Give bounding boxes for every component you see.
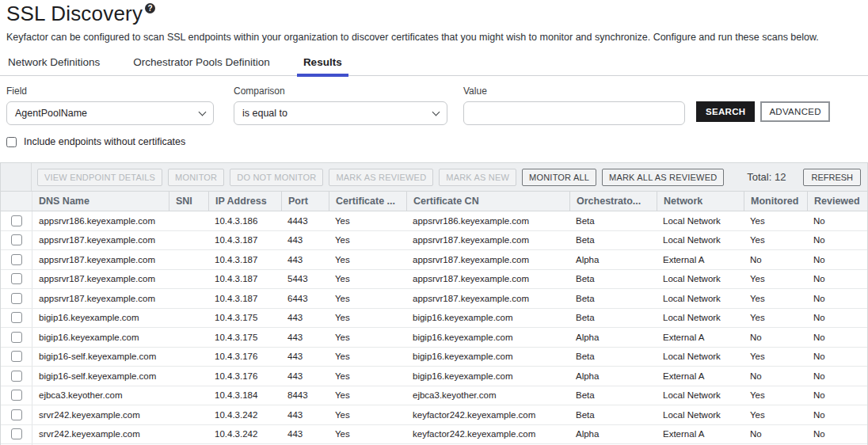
cell-ip-address: 10.4.3.175 <box>208 333 281 342</box>
cell-monitored: No <box>744 255 807 264</box>
row-checkbox[interactable] <box>11 428 22 439</box>
column-header-ip-address[interactable]: IP Address <box>208 192 281 211</box>
cell-ip-address: 10.4.3.186 <box>208 216 281 226</box>
cell-certificate-cn: bigip16.keyexample.com <box>406 313 569 322</box>
include-endpoints-checkbox[interactable] <box>6 137 17 147</box>
row-checkbox[interactable] <box>11 254 22 265</box>
column-header-port[interactable]: Port <box>281 192 329 211</box>
cell-certificate-found: Yes <box>329 216 406 226</box>
cell-certificate-found: Yes <box>329 255 406 264</box>
tab-results[interactable]: Results <box>302 56 344 75</box>
mark-as-reviewed-button: MARK AS REVIEWED <box>329 169 433 186</box>
cell-network: External A <box>657 371 744 381</box>
toolbar-spacer <box>1 163 32 191</box>
cell-certificate-found: Yes <box>329 390 406 400</box>
column-header-dns-name[interactable]: DNS Name <box>32 192 169 211</box>
cell-ip-address: 10.4.3.184 <box>208 390 281 400</box>
value-input[interactable] <box>463 101 685 125</box>
table-row[interactable]: srvr242.keyexample.com 10.4.3.242 443 Ye… <box>1 405 867 425</box>
cell-reviewed: No <box>807 313 867 322</box>
cell-dns-name: ejbca3.keyother.com <box>32 390 169 400</box>
cell-port: 443 <box>281 352 329 361</box>
cell-port: 5443 <box>281 274 329 283</box>
cell-reviewed: No <box>807 235 867 245</box>
mark-all-as-reviewed-button[interactable]: MARK ALL AS REVIEWED <box>602 169 724 186</box>
cell-orchestrator-pool: Beta <box>569 313 657 322</box>
row-checkbox[interactable] <box>11 215 22 226</box>
cell-network: Local Network <box>657 235 744 245</box>
column-header-network[interactable]: Network <box>657 192 744 211</box>
cell-certificate-cn: appsrvr187.keyexample.com <box>406 274 569 283</box>
cell-orchestrator-pool: Beta <box>569 274 657 283</box>
row-checkbox[interactable] <box>11 312 22 323</box>
column-header-certificate-cn[interactable]: Certificate CN <box>406 192 569 211</box>
row-checkbox[interactable] <box>11 234 22 245</box>
chevron-down-icon <box>199 108 207 116</box>
table-row[interactable]: appsrvr187.keyexample.com 10.4.3.187 544… <box>1 270 867 290</box>
field-select[interactable]: AgentPoolName <box>6 101 214 125</box>
include-endpoints-row: Include endpoints without certificates <box>0 125 868 147</box>
cell-monitored: Yes <box>744 274 807 283</box>
tab-bar: Network Definitions Orchestrator Pools D… <box>0 56 868 76</box>
cell-monitored: Yes <box>744 216 807 226</box>
table-row[interactable]: bigip16-self.keyexample.com 10.4.3.176 4… <box>1 348 867 367</box>
table-row[interactable]: bigip16-self.keyexample.com 10.4.3.176 4… <box>1 367 867 386</box>
comparison-select-value: is equal to <box>242 108 287 119</box>
cell-certificate-cn: appsrvr186.keyexample.com <box>406 216 569 226</box>
row-checkbox[interactable] <box>11 332 22 343</box>
advanced-button[interactable]: ADVANCED <box>760 101 829 122</box>
row-checkbox[interactable] <box>11 293 22 304</box>
column-header-monitored[interactable]: Monitored <box>744 192 807 211</box>
column-header-orchestrato[interactable]: Orchestrato... <box>569 192 657 211</box>
cell-orchestrator-pool: Beta <box>569 410 657 420</box>
cell-orchestrator-pool: Alpha <box>569 333 657 342</box>
refresh-button[interactable]: REFRESH <box>803 169 861 186</box>
row-checkbox[interactable] <box>11 351 22 362</box>
search-button[interactable]: SEARCH <box>696 101 755 122</box>
table-row[interactable]: bigip16.keyexample.com 10.4.3.175 443 Ye… <box>1 328 867 348</box>
table-row[interactable]: srvr242.keyexample.com 10.4.3.242 443 Ye… <box>1 425 867 445</box>
page-header: SSL Discovery? Keyfactor can be configur… <box>0 0 868 43</box>
field-select-value: AgentPoolName <box>15 108 87 119</box>
table-row[interactable]: appsrvr186.keyexample.com 10.4.3.186 444… <box>1 211 867 231</box>
cell-monitored: No <box>744 333 807 342</box>
table-row[interactable]: bigip16.keyexample.com 10.4.3.175 443 Ye… <box>1 309 867 329</box>
cell-certificate-cn: bigip16.keyexample.com <box>406 371 569 381</box>
cell-ip-address: 10.4.3.187 <box>208 255 281 264</box>
view-endpoint-details-button: VIEW ENDPOINT DETAILS <box>37 169 162 186</box>
monitor-all-button[interactable]: MONITOR ALL <box>522 169 596 186</box>
column-header-sni[interactable]: SNI <box>169 192 208 211</box>
cell-orchestrator-pool: Beta <box>569 216 657 226</box>
cell-dns-name: appsrvr187.keyexample.com <box>32 235 169 245</box>
cell-port: 443 <box>281 429 329 439</box>
cell-reviewed: No <box>807 255 867 264</box>
row-checkbox[interactable] <box>11 371 22 382</box>
cell-certificate-cn: appsrvr187.keyexample.com <box>406 235 569 245</box>
cell-dns-name: srvr242.keyexample.com <box>32 410 169 420</box>
help-icon[interactable]: ? <box>145 3 155 13</box>
row-checkbox[interactable] <box>11 409 22 420</box>
comparison-select[interactable]: is equal to <box>234 101 447 125</box>
row-checkbox[interactable] <box>11 390 22 401</box>
table-row[interactable]: ejbca3.keyother.com 10.4.3.184 8443 Yes … <box>1 386 867 406</box>
cell-dns-name: bigip16-self.keyexample.com <box>32 371 169 381</box>
tab-network-definitions[interactable]: Network Definitions <box>6 56 101 75</box>
cell-orchestrator-pool: Beta <box>569 235 657 245</box>
column-header-certificate[interactable]: Certificate ... <box>329 192 406 211</box>
cell-certificate-cn: ejbca3.keyother.com <box>406 390 569 400</box>
monitor-button: MONITOR <box>168 169 224 186</box>
cell-certificate-found: Yes <box>329 294 406 303</box>
table-row[interactable]: appsrvr187.keyexample.com 10.4.3.187 443… <box>1 250 867 270</box>
tab-orchestrator-pools-definition[interactable]: Orchestrator Pools Definition <box>131 56 272 75</box>
table-row[interactable]: appsrvr187.keyexample.com 10.4.3.187 644… <box>1 289 867 309</box>
cell-monitored: Yes <box>744 352 807 361</box>
cell-port: 443 <box>281 313 329 322</box>
grid-toolbar: VIEW ENDPOINT DETAILSMONITORDO NOT MONIT… <box>1 163 867 192</box>
cell-dns-name: bigip16-self.keyexample.com <box>32 352 169 361</box>
cell-monitored: Yes <box>744 313 807 322</box>
cell-dns-name: appsrvr187.keyexample.com <box>32 274 169 283</box>
column-header-reviewed[interactable]: Reviewed <box>807 192 867 211</box>
table-row[interactable]: appsrvr187.keyexample.com 10.4.3.187 443… <box>1 231 867 251</box>
row-checkbox[interactable] <box>11 273 22 284</box>
cell-certificate-cn: appsrvr187.keyexample.com <box>406 294 569 303</box>
